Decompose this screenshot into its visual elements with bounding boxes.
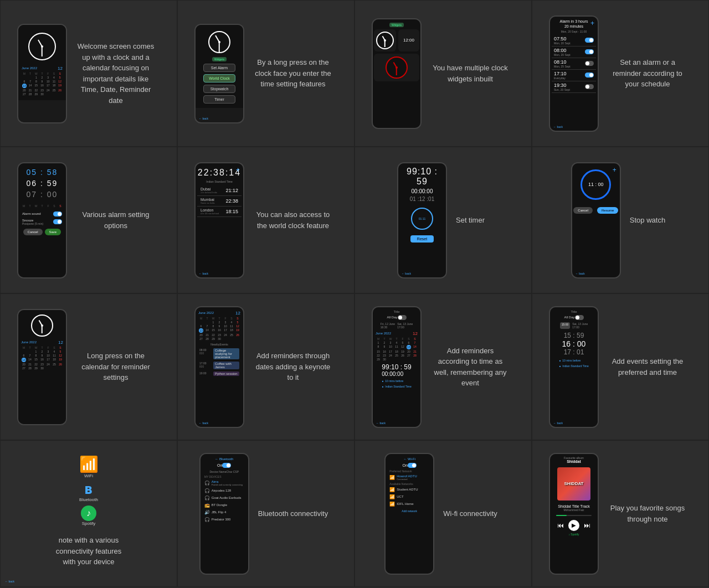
toggle-snooze[interactable] [53,219,62,224]
alarm-item-3[interactable]: 08:10Mon, 25 Sept [552,58,596,70]
widget-analog-large [374,54,419,81]
sw-cancel-btn[interactable]: Cancel [573,207,593,214]
wifi-add-link[interactable]: Add network [399,508,419,514]
desc-stopwatch: Stop watch [625,210,670,230]
alarm-subheader: Mon, 20 Sept - 11:00 [561,30,587,33]
plus-sw[interactable]: + [613,166,616,174]
phone-bluetooth: ← Bluetooth On Device Name Char CSP MY D… [199,453,249,575]
plus-wc[interactable]: + [236,166,240,174]
alarm-sound-toggle[interactable]: Alarm sound [20,210,64,218]
event-tabs: Nearby Events [208,342,230,347]
back-link-4[interactable]: ← back [402,272,411,275]
event-2-title: Coffee with James [213,362,239,369]
toggle-wifi[interactable] [408,463,417,468]
toggle-allday-2[interactable] [575,315,584,320]
toggle-4[interactable] [585,73,594,78]
back-link-5[interactable]: ← back [576,272,585,275]
cal2-month: June 2022 [21,341,37,344]
back-link-9[interactable]: ← back [5,580,14,583]
back-link-3[interactable]: ← back [199,272,208,275]
wifi-uct[interactable]: 📶 UCT [387,493,431,501]
nearby-tab[interactable]: Nearby [210,343,219,346]
prev-btn[interactable]: ⏮ [557,522,564,529]
snooze-toggle[interactable]: Snooze Postpone (5 min) [20,218,64,226]
save-btn[interactable]: Save [45,229,61,235]
wc-current-label: Indian Standard Time [206,180,233,183]
bt-airra[interactable]: 🎧 Airra Paired and currently connecting [202,479,246,487]
events-tab[interactable]: Events [219,343,228,346]
alarm-item-2[interactable]: 08:00Mon, 20 Sept [552,47,596,58]
cell-stopwatch: + 11 : 00 Cancel Resume ← back Stop watc… [532,147,709,293]
next-btn[interactable]: ⏭ [584,522,590,529]
bt-dongle[interactable]: 📻 BT Dongle [202,502,246,509]
wifi-howrof[interactable]: 📶 Howrof ADTU Connected [387,473,431,482]
event-3: 19:00 Python session [197,370,242,377]
bt-label: Bluetooth [79,497,98,502]
spotify-brand: ♪ Spotify [568,533,579,536]
bt-airpodes[interactable]: 🎧 Airpodes 128 [202,487,246,494]
back-link-7[interactable]: ← back [376,421,386,425]
tr-reminders: ● 10 mins before ● Indian Standard Time [379,378,414,389]
toggle-alarm-sound[interactable] [53,212,62,216]
wifi-student[interactable]: 📶 Student ADTU [387,486,431,493]
wifi-item: 📶 WiFi [79,455,99,478]
back-link-6[interactable]: ← back [199,421,208,425]
toggle-3[interactable] [585,61,594,66]
center-3 [41,324,43,327]
cancel-btn[interactable]: Cancel [23,229,43,235]
toggle-allday[interactable] [398,315,407,320]
menu-stopwatch[interactable]: Stopwatch [203,85,236,93]
cal3-num: 12 [235,311,240,316]
event-1: 08:00800 College studying for placement [197,347,242,360]
back-link-8[interactable]: ← back [553,421,563,425]
cell-music: Favourite album Shiddat SHIDDAT Shiddat … [532,440,709,587]
toggle-bt[interactable] [222,463,231,468]
play-pause-btn[interactable]: ▶ [568,520,579,531]
alarm-times-list: 05 : 58 06 : 59 07 : 00 [27,166,58,201]
timer-sub: 01 :12 :01 [410,196,434,202]
alarm-item-5[interactable]: 19:30Sun, 20 Sept [552,81,596,93]
bt-goat[interactable]: 🎧 Goat Audio Earbuds [202,494,246,502]
back-link[interactable]: ← back [199,117,208,120]
alarm-calendar: MTWTFSS [20,203,64,209]
timer-start-btn[interactable]: Reset [410,235,434,243]
bt-device-name: Device Name Char CSP [208,469,242,474]
alarm-item-1[interactable]: 07:50Mon, 20 Sept [552,35,596,47]
cell-events-time: Title All Day 15:00 Sat, 13 June17:00 15… [532,293,709,440]
cell-world-clock: 22:38:14 Indian Standard Time + Dubai 1 … [177,147,354,293]
toggle-5[interactable] [585,84,594,89]
cal3-month: June 2022 [198,311,214,314]
bt-on-row: On [215,462,233,469]
toggle-1[interactable] [585,38,594,43]
event-1-title: College studying for placement [213,348,239,359]
cell-alarm-set: Alarm in 3 hours20 minutes Mon, 20 Sept … [532,0,709,147]
wc-dubai: Dubai 1 hr behind India 21:12 [197,185,242,196]
back-link-2[interactable]: ← back [553,125,563,128]
phone-world-clock: 22:38:14 Indian Standard Time + Dubai 1 … [194,162,244,278]
toggle-2[interactable] [585,49,594,54]
wifi-idfl[interactable]: 📶 IDFL Home [387,501,431,508]
menu-timer[interactable]: Timer [203,95,236,104]
menu-world-clock[interactable]: World Clock [203,74,236,82]
wmr [396,68,397,75]
bt-jbl[interactable]: 🔊 JBL Flip 4 [202,509,246,516]
song-artist: Mohammed Faiz [563,508,584,512]
tr-dates: Fri, 12 June16:30 Sat, 13 June17:00 [378,321,415,330]
cell-time-reminder: Title All Day Fri, 12 June16:30 Sat, 13 … [354,293,532,440]
wc-current-time: 22:38:14 [198,168,241,178]
cal4-month: June 2022 [376,332,391,335]
wc1 [384,39,386,42]
desc-alarm-set: Set an alarm or a reminder according to … [603,53,692,94]
alarm-action-btns: Cancel Save [23,229,61,235]
sw-resume-btn[interactable]: Resume [597,207,618,214]
alarm-item-4[interactable]: 17:10Everyday [552,70,596,81]
bt-predator[interactable]: 🎧 Predator 300 [202,516,246,523]
plus-alarm[interactable]: + [590,19,594,27]
stopwatch-circle: 11 : 00 [580,169,611,200]
main-grid: June 2022 12 MTWTFSS 12345 6789101112 13… [0,0,709,587]
phone-menu: Widgets Set Alarm World Clock Stopwatch … [194,24,244,123]
phone-clock-welcome: June 2022 12 MTWTFSS 12345 6789101112 13… [17,24,67,123]
widget-clock-red [386,56,408,79]
clock-face-2 [208,31,230,53]
menu-set-alarm[interactable]: Set Alarm [203,64,236,72]
